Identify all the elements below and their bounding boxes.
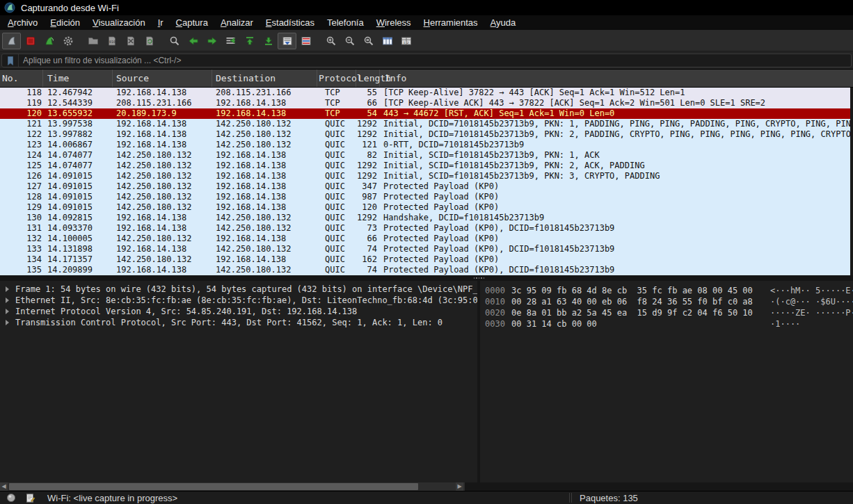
scrollbar-thumb[interactable] bbox=[9, 483, 418, 490]
column-header-destination[interactable]: Destination bbox=[212, 70, 317, 87]
hex-row-0010[interactable]: 001000 28 a1 63 40 00 eb 06 f8 24 36 55 … bbox=[485, 296, 853, 307]
packet-row-126[interactable]: 12614.091015142.250.180.132192.168.14.13… bbox=[0, 171, 853, 181]
detail-line-3[interactable]: Transmission Control Protocol, Src Port:… bbox=[0, 317, 477, 328]
pane-splitter-handle[interactable] bbox=[474, 277, 486, 279]
packet-time: 14.091015 bbox=[43, 171, 113, 181]
packet-row-122[interactable]: 12213.997882192.168.14.138142.250.180.13… bbox=[0, 129, 853, 140]
detail-line-2[interactable]: Internet Protocol Version 4, Src: 54.85.… bbox=[0, 306, 477, 317]
packet-row-127[interactable]: 12714.091015142.250.180.132192.168.14.13… bbox=[0, 181, 853, 192]
expand-arrow-icon[interactable] bbox=[6, 298, 9, 303]
expand-arrow-icon[interactable] bbox=[6, 309, 9, 314]
expand-arrow-icon[interactable] bbox=[6, 320, 9, 325]
packet-row-133[interactable]: 13314.131898192.168.14.138142.250.180.13… bbox=[0, 244, 853, 254]
menu-archivo[interactable]: Archivo bbox=[1, 16, 44, 29]
zoom-in-icon bbox=[325, 35, 337, 47]
packet-protocol: QUIC bbox=[317, 181, 356, 192]
capture-options-button[interactable] bbox=[58, 33, 77, 49]
expand-arrow-icon[interactable] bbox=[6, 286, 9, 292]
packet-row-128[interactable]: 12814.091015142.250.180.132192.168.14.13… bbox=[0, 192, 853, 202]
menu-ir[interactable]: Ir bbox=[152, 16, 170, 29]
packet-row-130[interactable]: 13014.092815192.168.14.138142.250.180.13… bbox=[0, 213, 853, 223]
packet-row-124[interactable]: 12414.074077142.250.180.132192.168.14.13… bbox=[0, 150, 853, 161]
menu-visualizacion[interactable]: Visualización bbox=[86, 16, 152, 29]
packet-protocol: QUIC bbox=[317, 234, 356, 244]
column-header-source[interactable]: Source bbox=[113, 70, 212, 87]
menu-estadisticas[interactable]: Estadísticas bbox=[260, 16, 321, 29]
packet-row-123[interactable]: 12314.006867192.168.14.138142.250.180.13… bbox=[0, 140, 853, 150]
packet-row-131[interactable]: 13114.093370192.168.14.138142.250.180.13… bbox=[0, 223, 853, 234]
packet-row-132[interactable]: 13214.100005142.250.180.132192.168.14.13… bbox=[0, 234, 853, 244]
reload-file-button[interactable] bbox=[140, 33, 159, 49]
go-back-button[interactable] bbox=[184, 33, 202, 49]
find-packet-icon bbox=[168, 35, 181, 47]
find-packet-button[interactable] bbox=[165, 33, 184, 49]
packet-row-129[interactable]: 12914.091015142.250.180.132192.168.14.13… bbox=[0, 202, 853, 213]
resize-columns-button[interactable] bbox=[378, 33, 397, 49]
packet-row-120[interactable]: 12013.65593220.189.173.9192.168.14.138TC… bbox=[0, 108, 853, 119]
display-filter-input[interactable] bbox=[19, 56, 851, 65]
menu-wireless[interactable]: Wireless bbox=[370, 16, 417, 29]
go-first-icon bbox=[244, 35, 256, 47]
menu-telefonia[interactable]: Telefonía bbox=[321, 16, 370, 29]
menu-edicion[interactable]: Edición bbox=[44, 16, 86, 29]
detail-line-0[interactable]: Frame 1: 54 bytes on wire (432 bits), 54… bbox=[0, 284, 477, 295]
scroll-left-arrow-icon[interactable]: ◀ bbox=[0, 482, 8, 491]
column-header-no[interactable]: No. bbox=[0, 70, 43, 87]
save-file-button[interactable]: 010 bbox=[102, 33, 121, 49]
column-header-protocol[interactable]: Protocol bbox=[317, 70, 356, 87]
detail-line-1[interactable]: Ethernet II, Src: 8e:cb:35:fc:fb:ae (8e:… bbox=[0, 295, 477, 306]
details-horizontal-scrollbar[interactable]: ◀ ▶ bbox=[0, 482, 465, 491]
close-file-button[interactable] bbox=[121, 33, 140, 49]
packet-protocol: QUIC bbox=[317, 140, 356, 150]
packet-list[interactable]: 11812.467942192.168.14.138208.115.231.16… bbox=[0, 88, 853, 275]
go-to-packet-button[interactable] bbox=[221, 33, 240, 49]
packet-time: 14.131898 bbox=[43, 244, 113, 254]
zoom-out-button[interactable] bbox=[340, 33, 359, 49]
auto-scroll-icon bbox=[281, 35, 294, 47]
start-capture-button[interactable] bbox=[2, 33, 21, 49]
expert-info-icon[interactable] bbox=[6, 493, 16, 503]
packet-row-119[interactable]: 11912.544339208.115.231.166192.168.14.13… bbox=[0, 98, 853, 108]
packet-info: Protected Payload (KP0) bbox=[380, 202, 853, 213]
colorize-icon bbox=[300, 35, 312, 47]
hex-row-0000[interactable]: 00003c 95 09 fb 68 4d 8e cb 35 fc fb ae … bbox=[485, 285, 853, 296]
hex-row-0030[interactable]: 003000 31 14 cb 00 00·1···· bbox=[485, 318, 853, 330]
go-last-button[interactable] bbox=[259, 33, 278, 49]
auto-scroll-button[interactable] bbox=[278, 33, 296, 49]
hex-bytes: 3c 95 09 fb 68 4d 8e cb 35 fc fb ae 08 0… bbox=[511, 285, 770, 296]
packet-source: 192.168.14.138 bbox=[113, 140, 212, 150]
zoom-original-button[interactable] bbox=[359, 33, 378, 49]
packet-time: 14.100005 bbox=[43, 234, 113, 244]
stop-capture-button[interactable] bbox=[21, 33, 40, 49]
go-first-button[interactable] bbox=[240, 33, 259, 49]
hex-row-0020[interactable]: 00200e 8a 01 bb a2 5a 45 ea 15 d9 9f c2 … bbox=[485, 307, 853, 318]
go-forward-button[interactable] bbox=[202, 33, 221, 49]
open-file-icon bbox=[87, 35, 99, 47]
title-bar[interactable]: Capturando desde Wi-Fi bbox=[0, 0, 853, 15]
packet-row-121[interactable]: 12113.997538192.168.14.138142.250.180.13… bbox=[0, 119, 853, 129]
colorize-button[interactable] bbox=[296, 33, 315, 49]
menu-herramientas[interactable]: Herramientas bbox=[417, 16, 484, 29]
packet-row-125[interactable]: 12514.074077142.250.180.132192.168.14.13… bbox=[0, 161, 853, 171]
open-file-button[interactable] bbox=[83, 33, 102, 49]
packet-bytes-pane[interactable]: 00003c 95 09 fb 68 4d 8e cb 35 fc fb ae … bbox=[480, 281, 853, 482]
column-header-length[interactable]: Length bbox=[356, 70, 380, 87]
column-header-time[interactable]: Time bbox=[43, 70, 113, 87]
packet-row-118[interactable]: 11812.467942192.168.14.138208.115.231.16… bbox=[0, 88, 853, 98]
packet-row-135[interactable]: 13514.209899192.168.14.138142.250.180.13… bbox=[0, 265, 853, 275]
restart-capture-button[interactable] bbox=[40, 33, 58, 49]
capture-comment-icon[interactable] bbox=[25, 493, 35, 503]
display-filter-input-wrap[interactable] bbox=[1, 54, 852, 67]
packet-source: 142.250.180.132 bbox=[113, 202, 212, 213]
packet-row-134[interactable]: 13414.171357142.250.180.132192.168.14.13… bbox=[0, 254, 853, 265]
column-header-info[interactable]: Info bbox=[380, 70, 853, 87]
menu-ayuda[interactable]: Ayuda bbox=[484, 16, 523, 29]
menu-analizar[interactable]: Analizar bbox=[214, 16, 260, 29]
packet-protocol: QUIC bbox=[317, 202, 356, 213]
menu-captura[interactable]: Captura bbox=[170, 16, 214, 29]
zoom-in-button[interactable] bbox=[321, 33, 340, 49]
filter-bookmark-button[interactable] bbox=[2, 54, 19, 67]
scroll-right-arrow-icon[interactable]: ▶ bbox=[456, 482, 463, 491]
reorder-columns-button[interactable]: 1 2 bbox=[397, 33, 415, 49]
packet-details-pane[interactable]: Frame 1: 54 bytes on wire (432 bits), 54… bbox=[0, 281, 477, 482]
